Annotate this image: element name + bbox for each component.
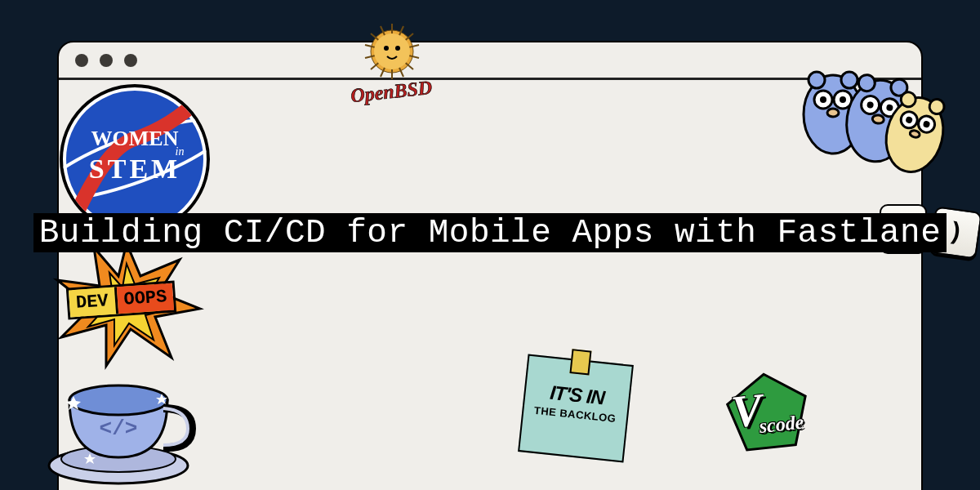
window-dot <box>75 54 88 67</box>
svg-point-35 <box>820 96 826 103</box>
go-gophers-sticker <box>800 57 956 196</box>
svg-point-29 <box>395 46 400 51</box>
svg-point-39 <box>858 74 876 92</box>
window-dot <box>124 54 137 67</box>
svg-point-31 <box>808 72 825 88</box>
svg-point-36 <box>840 96 846 103</box>
svg-point-8 <box>69 385 167 415</box>
page-title: Building CI/CD for Mobile Apps with Fast… <box>0 211 980 255</box>
svg-point-45 <box>872 114 884 124</box>
stem-line3: STEM <box>89 154 180 184</box>
vscode-sticker: V scode <box>710 368 825 457</box>
backlog-sticker: IT'S IN THE BACKLOG <box>523 359 629 457</box>
code-icon: </> <box>100 416 138 441</box>
window-dot <box>100 54 113 67</box>
svg-point-37 <box>827 109 839 117</box>
page-title-text: Building CI/CD for Mobile Apps with Fast… <box>33 213 947 252</box>
teacup-sticker: </> <box>41 351 204 490</box>
window-titlebar <box>59 42 921 80</box>
svg-point-32 <box>841 72 858 88</box>
vscode-rest: scode <box>758 412 804 439</box>
svg-point-28 <box>384 46 389 51</box>
tape-icon <box>569 349 591 375</box>
openbsd-label: OpenBSD <box>350 77 433 106</box>
openbsd-sticker: OpenBSD <box>327 23 457 113</box>
devoops-right: OOPS <box>116 283 174 314</box>
stem-line1: WOMEN <box>91 127 179 150</box>
devoops-left: DEV <box>69 287 118 317</box>
svg-point-27 <box>374 33 410 69</box>
svg-point-53 <box>909 130 920 139</box>
